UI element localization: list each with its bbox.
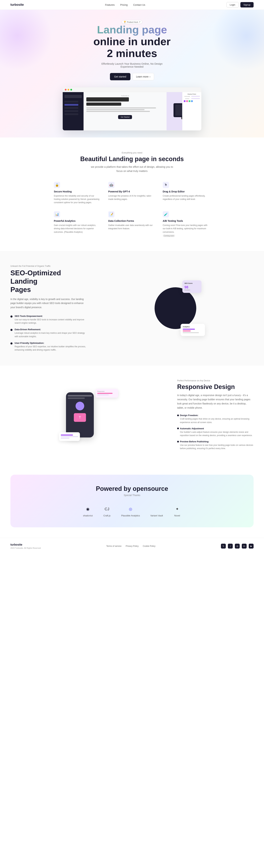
badge-arrow: ↗ <box>139 21 140 23</box>
screenshot-right: 🚀 Shadow Picker Horizontal Vertical <box>167 92 201 130</box>
os-logo-name-0: shadcn/ui <box>83 514 93 517</box>
resp-title: Responsive Design <box>177 383 254 391</box>
seo-point-title-2: User-Friendly Optimization: <box>14 342 87 344</box>
ss-text-3 <box>86 111 150 112</box>
settings-label-1: Horizontal <box>184 96 191 97</box>
feature-icon-3: 📊 <box>54 211 60 217</box>
signup-button[interactable]: Signup <box>240 2 254 7</box>
sidebar-item-2 <box>64 104 78 106</box>
resp-point-0: Design Freedom: Craft landing pages that… <box>177 414 254 424</box>
nav-link-contact[interactable]: Contact Us <box>133 3 145 6</box>
nav-logo: turbosite <box>10 3 24 7</box>
os-logo-4: ✦ Novel <box>173 505 181 517</box>
feature-desc-3: Gain crucial insights with our robust an… <box>54 224 101 234</box>
resp-points: Design Freedom: Craft landing pages that… <box>177 414 254 450</box>
fc2-bar-1 <box>97 393 112 394</box>
feature-title-2: Drag & Drop Editor <box>163 190 210 193</box>
seo-point-desc-0: Use our easy-to-handle SEO tools to incr… <box>14 318 87 325</box>
seo-points: SEO Tools Empowerment: Use our easy-to-h… <box>10 315 87 352</box>
resp-bullet-2 <box>177 441 179 442</box>
seo-intro: In the digital age, visibility is key to… <box>10 297 87 310</box>
resp-bullet-1 <box>177 428 179 429</box>
seo-point-content-1: Data-Driven Refinement: Leverage robust … <box>14 328 87 338</box>
responsive-visual: T Responsive <box>59 389 118 441</box>
dot-red <box>65 89 67 91</box>
screenshot-content: Turbosite.io Get Started 🚀 <box>63 92 201 130</box>
color-swatches <box>184 100 200 102</box>
fc-bar-2 <box>61 436 78 437</box>
feature-title-4: Data Collection Forms <box>108 219 156 222</box>
ss-text-2 <box>86 109 144 110</box>
social-icon-2[interactable]: ◎ <box>235 544 240 549</box>
get-started-button[interactable]: Get started <box>110 73 130 80</box>
fc2-bar-2 <box>97 394 109 395</box>
resp-point-title-0: Design Freedom: <box>177 414 254 416</box>
nav-links: Features Pricing Contact Us <box>105 3 145 6</box>
seo-content: Unleash the Full Potential of Organic Tr… <box>10 265 87 352</box>
ss-text <box>86 107 164 112</box>
footer-links: Terms of servicePrivacy PolicyCookie Pol… <box>106 545 156 547</box>
seo-point-content-0: SEO Tools Empowerment: Use our easy-to-h… <box>14 315 87 325</box>
os-subtitle: Special Thanks <box>21 494 243 497</box>
nav-link-features[interactable]: Features <box>105 3 114 6</box>
os-logo-icon-0: ◉ <box>84 505 92 513</box>
social-icon-0[interactable]: 𝕏 <box>221 544 226 549</box>
os-logo-name-2: Plausible Analytics <box>121 514 140 517</box>
social-icon-1[interactable]: 𝑓 <box>228 544 233 549</box>
footer-copy: 2023 Turbosite. All Rights Reserved <box>10 547 41 549</box>
features-eyebrow: Everything you need <box>10 151 254 154</box>
os-logo-0: ◉ shadcn/ui <box>83 505 93 517</box>
resp-intro: In today's digital age, a responsive des… <box>177 393 254 410</box>
social-icon-3[interactable]: in <box>242 544 246 549</box>
phone-circle <box>75 402 84 410</box>
feature-icon-2: 🖱 <box>163 182 169 188</box>
swatch-purple <box>184 100 186 102</box>
seo-card-2-title: SEO Score <box>185 282 199 284</box>
seo-eyebrow: Unleash the Full Potential of Organic Tr… <box>10 265 87 267</box>
feature-icon-1: 🤖 <box>108 182 114 188</box>
resp-point-desc-0: Craft landing pages that shine on any de… <box>177 417 254 424</box>
hero-badge: 🏆 Product Hunt ↗ <box>122 20 142 24</box>
fc2-label: Responsive <box>97 391 117 392</box>
features-section: Everything you need Beautiful Landing pa… <box>0 137 264 251</box>
login-button[interactable]: Login <box>227 2 239 7</box>
learn-more-button[interactable]: Learn more › <box>133 73 154 80</box>
seo-title: SEO-Optimized Landing Pages <box>10 269 87 294</box>
os-title: Powered by opensource <box>21 485 243 492</box>
feature-icon-4: 📝 <box>108 211 114 217</box>
seo-visual: Analytics SEO Score 98 Excellent <box>146 280 205 336</box>
footer-social: 𝕏𝑓◎in▶ <box>221 544 254 549</box>
os-logo-icon-4: ✦ <box>173 505 181 513</box>
footer-link-2[interactable]: Cookie Policy <box>143 545 156 547</box>
feature-item-2: 🖱 Drag & Drop Editor Create professional… <box>163 182 210 205</box>
footer-brand: turbosite 2023 Turbosite. All Rights Res… <box>10 543 41 549</box>
card-bar-purple <box>183 329 195 330</box>
learn-more-arrow: › <box>150 75 151 78</box>
sidebar-item-3 <box>64 107 78 109</box>
fc-bar-1 <box>61 435 73 436</box>
swatch-blue <box>191 100 193 102</box>
responsive-content: Perfect Performance on Any Device Respon… <box>177 379 254 450</box>
footer-link-0[interactable]: Terms of service <box>106 545 122 547</box>
card-bar-pink <box>183 331 191 332</box>
feature-desc-5: Coming soon! Fine-tune your landing page… <box>163 224 210 234</box>
footer-link-1[interactable]: Privacy Policy <box>126 545 139 547</box>
screenshot-titlebar <box>63 87 201 92</box>
hero-buttons: Get started Learn more › <box>3 73 261 80</box>
ss-text-1 <box>86 107 156 108</box>
ss-subtitle <box>86 102 121 106</box>
nav-link-pricing[interactable]: Pricing <box>120 3 128 6</box>
resp-point-desc-1: Our builder's auto-adjust feature ensure… <box>177 431 254 437</box>
hero-subtitle: Effortlessly Launch Your Business Online… <box>96 62 168 68</box>
sidebar-item-1 <box>64 101 78 102</box>
social-icon-4[interactable]: ▶ <box>249 544 254 549</box>
learn-more-label: Learn more <box>136 75 149 78</box>
feature-item-0: 🔒 Secure Hosting Experience the reliabil… <box>54 182 101 205</box>
opensource-section: Powered by opensource Special Thanks ◉ s… <box>10 475 254 527</box>
seo-card-2: SEO Score 98 Excellent <box>183 280 201 293</box>
phone-bar-1 <box>68 395 92 397</box>
dot-green <box>70 89 72 91</box>
features-grid: 🔒 Secure Hosting Experience the reliabil… <box>54 182 210 237</box>
screenshot-breadcrumb: Turbosite.io <box>86 95 164 97</box>
dot-yellow <box>68 89 69 91</box>
